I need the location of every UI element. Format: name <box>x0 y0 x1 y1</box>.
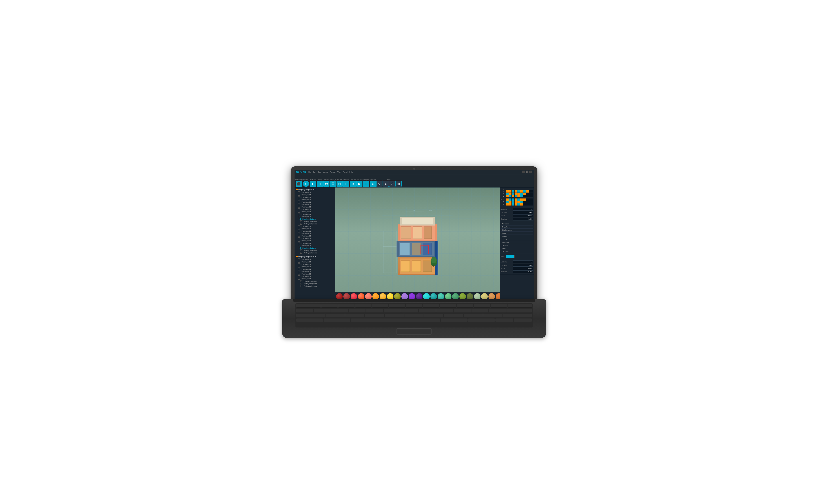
material-ball-purple[interactable] <box>401 293 408 300</box>
accordion-bones[interactable]: › Bones <box>501 238 533 241</box>
prop-value-scale-2[interactable]: 100% <box>513 267 533 270</box>
material-ball-darkred[interactable] <box>336 293 343 300</box>
tree-item-prototype-expanded-1[interactable]: - Prototype 01 <box>294 215 335 218</box>
accordion-display[interactable]: › Display <box>501 235 533 238</box>
menu-layers[interactable]: Layers <box>323 171 328 173</box>
tree-item[interactable]: - Prototype 01 <box>294 263 335 265</box>
touchpad[interactable] <box>397 328 432 335</box>
toolbar-icon-sphere[interactable]: ● <box>303 181 309 187</box>
tree-item-sub-2016-c[interactable]: - Prototype Options <box>294 285 335 287</box>
material-ball-dark-khaki[interactable] <box>481 293 488 300</box>
prop-value-translate[interactable]: 299 <box>513 211 533 214</box>
prop-value-rotation[interactable]: 0.00 <box>513 218 533 220</box>
tree-item[interactable]: - Prototype 01 <box>294 225 335 227</box>
toolbar-icon-bevel4[interactable]: ◫ <box>396 181 402 187</box>
tree-item[interactable]: - Prototype 01 <box>294 268 335 270</box>
toolbar-icon-separate[interactable]: ◈ <box>370 181 376 187</box>
toolbar-icon-pattern[interactable]: ⊠ <box>336 181 343 187</box>
tree-item[interactable]: - Prototype 01 <box>294 211 335 213</box>
tree-item[interactable]: - Prototype 01 <box>294 227 335 230</box>
tree-item-prototype-expanded-2[interactable]: - Prototype 01 <box>294 244 335 247</box>
material-ball-medium-green[interactable] <box>445 293 452 300</box>
tree-item[interactable]: - Prototype 01 <box>294 230 335 232</box>
tree-item[interactable]: - Prototype 01 <box>294 242 335 244</box>
project-title-2016[interactable]: Ongoing Projects 2016 <box>294 255 335 258</box>
material-ball-orange[interactable] <box>380 293 386 300</box>
material-ball-peru[interactable] <box>488 293 495 300</box>
accordion-transform[interactable]: › Transform <box>501 225 533 228</box>
toolbar-icon-boolean[interactable]: ⊟ <box>343 181 349 187</box>
color-swatch[interactable] <box>506 255 514 258</box>
material-ball-chocolate[interactable] <box>496 293 500 300</box>
tree-item[interactable]: - Prototype 01 <box>294 235 335 237</box>
accordion-displacement[interactable]: › Displacement <box>501 228 533 232</box>
tree-item[interactable]: - Prototype 01 <box>294 194 335 196</box>
menu-geo[interactable]: Geo <box>318 171 321 173</box>
tree-item-sub-options-1b[interactable]: - Prototype Options <box>294 223 335 225</box>
material-ball-dark-olive[interactable] <box>467 293 473 300</box>
material-ball-orange-red[interactable] <box>358 293 365 300</box>
tree-item[interactable]: - Prototype 01 <box>294 240 335 242</box>
toolbar-icon-bevel2[interactable]: ◈ <box>383 181 389 187</box>
accordion-maps[interactable]: › Maps <box>501 232 533 235</box>
material-ball-tomato[interactable] <box>365 293 372 300</box>
prop-value-translate-2[interactable]: 299 <box>513 264 533 267</box>
tree-item-prototype-options-1[interactable]: - Prototype Options <box>294 218 335 220</box>
material-ball-dark-sea[interactable] <box>474 293 481 300</box>
tree-item[interactable]: - Prototype 01 <box>294 270 335 273</box>
menu-render[interactable]: Render <box>330 171 336 173</box>
tree-item[interactable]: - Prototype 01 <box>294 213 335 215</box>
tree-item[interactable]: - Prototype 01 <box>294 208 335 211</box>
menu-view[interactable]: View <box>337 171 341 173</box>
tree-item[interactable]: - Prototype 01 <box>294 201 335 203</box>
material-ball-blue-violet[interactable] <box>409 293 415 300</box>
tree-item[interactable]: - Prototype 01 <box>294 203 335 206</box>
material-ball-dark-orange[interactable] <box>372 293 379 300</box>
toolbar-icon-assets[interactable]: 🗀 <box>323 181 329 187</box>
prop-value-attribute[interactable]: 1 <box>513 208 533 211</box>
material-ball-olive-drab[interactable] <box>459 293 466 300</box>
menu-help[interactable]: Help <box>349 171 353 173</box>
menu-bar[interactable]: File Edit Geo Layers Render View Panel H… <box>308 171 353 173</box>
material-ball-dark-green[interactable] <box>452 293 459 300</box>
material-ball-indigo[interactable] <box>416 293 422 300</box>
tree-item-sub-options-1a[interactable]: - Prototype Options <box>294 220 335 223</box>
toolbar-icon-group[interactable]: ⊞ <box>317 181 323 187</box>
tree-item[interactable]: - Prototype 01 <box>294 232 335 235</box>
material-ball-turquoise[interactable] <box>423 293 430 300</box>
toolbar-icon-assembly[interactable]: ◧ <box>310 181 316 187</box>
tree-item[interactable]: - Prototype 01 <box>294 275 335 278</box>
3d-viewport[interactable]: 2.60 2.60 <box>335 187 500 301</box>
menu-edit[interactable]: Edit <box>313 171 316 173</box>
tree-item[interactable]: - Prototype 01 <box>294 265 335 268</box>
accordion-lighting[interactable]: › Lighting <box>501 244 533 247</box>
toolbar-icon-bevel3[interactable]: ⬡ <box>389 181 395 187</box>
material-ball-dark-cyan[interactable] <box>430 293 437 300</box>
material-ball-crimson[interactable] <box>350 293 357 300</box>
tree-item[interactable]: - Prototype 01 <box>294 278 335 280</box>
toolbar-icon-simulate[interactable]: ▶ <box>356 181 363 187</box>
tree-item-sub-2016-a[interactable]: - Prototype Options <box>294 280 335 283</box>
material-ball-brown[interactable] <box>343 293 350 300</box>
prop-value-rotation-2[interactable]: 0.00 <box>513 270 533 273</box>
toolbar-icon-arrange[interactable]: ☰ <box>330 181 336 187</box>
material-ball-sea-green[interactable] <box>438 293 444 300</box>
menu-file[interactable]: File <box>308 171 311 173</box>
close-button[interactable]: ✕ <box>529 171 532 173</box>
tree-item-prototype-options-2[interactable]: - Prototype Options <box>294 247 335 249</box>
project-title-2017[interactable]: Ongoing Projects 2017 <box>294 188 335 191</box>
tree-item[interactable]: - Prototype 01 <box>294 206 335 208</box>
tree-item[interactable]: - Prototype 01 <box>294 196 335 199</box>
tree-item[interactable]: - Prototype 01 <box>294 261 335 263</box>
toolbar-icon-bevel1[interactable]: ◺ <box>376 181 382 187</box>
tree-item[interactable]: - Prototype 01 <box>294 199 335 201</box>
accordion-uv-tools[interactable]: › UV Tools <box>501 250 533 253</box>
accordion-attributes[interactable]: › Attributes <box>501 222 533 225</box>
maximize-button[interactable]: □ <box>526 171 528 173</box>
tree-item[interactable]: - Prototype 01 <box>294 191 335 194</box>
menu-panel[interactable]: Panel <box>343 171 347 173</box>
toolbar-icon-combine[interactable]: ⊕ <box>350 181 356 187</box>
accordion-materials[interactable]: › Materials <box>501 241 533 244</box>
tree-item[interactable]: - Prototype 01 <box>294 258 335 261</box>
tree-item[interactable]: - Prototype 01 <box>294 273 335 275</box>
